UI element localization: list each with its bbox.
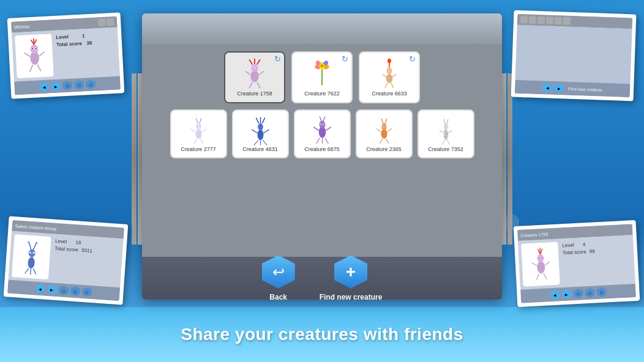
svg-line-108 <box>386 139 388 144</box>
svg-line-83 <box>252 130 257 133</box>
svg-point-14 <box>28 249 36 257</box>
svg-point-100 <box>323 124 323 125</box>
plus-icon: + <box>334 256 367 289</box>
card-tl-btn4[interactable]: ⬡ <box>74 80 84 90</box>
card-br-info: Level 4 Total score 88 <box>561 238 632 284</box>
card-tr-btn1[interactable]: ◀ <box>542 83 553 93</box>
card-br-btn5[interactable]: ⬡ <box>596 287 607 298</box>
card-bl-btn3[interactable]: ⬡ <box>59 285 69 295</box>
card-tl-btn2[interactable]: ▶ <box>51 81 61 92</box>
svg-point-59 <box>387 67 392 75</box>
reload-icon-7622: ↻ <box>342 54 348 64</box>
card-bl-creature-slot <box>12 234 51 279</box>
creature-label-6875: Creature 6875 <box>304 146 340 152</box>
creature-row-1: ↻ Creature 1758 <box>151 51 493 103</box>
creature-card-7352[interactable]: Creature 7352 <box>417 109 474 158</box>
svg-line-71 <box>202 128 206 132</box>
svg-point-49 <box>256 67 257 68</box>
svg-point-61 <box>388 59 391 63</box>
creature-label-4631: Creature 4631 <box>242 146 278 152</box>
card-br-btn3[interactable]: ⬡ <box>573 289 583 299</box>
card-tl-btn5[interactable]: ⬡ <box>86 79 96 90</box>
card-tl-title: Winner <box>14 24 30 30</box>
card-bottom-left: Select creature lineup <box>4 216 129 305</box>
svg-line-84 <box>263 130 269 133</box>
find-new-label: Find new creature <box>320 293 383 300</box>
bottom-text: Share your creatures with friends <box>181 325 463 344</box>
svg-line-7 <box>29 65 33 72</box>
svg-line-41 <box>257 59 260 64</box>
svg-line-116 <box>446 119 447 125</box>
connector-left <box>132 73 137 245</box>
svg-line-68 <box>196 118 198 124</box>
find-new-creature-button[interactable]: + Find new creature <box>320 256 383 300</box>
svg-line-93 <box>326 127 331 131</box>
creature-label-7622: Creature 7622 <box>304 90 340 97</box>
card-tl-creature-slot <box>15 34 54 78</box>
card-top-right: ◀ ▶ Find new creature <box>511 10 637 102</box>
svg-point-57 <box>321 64 323 67</box>
card-tr-btn2[interactable]: ▶ <box>554 83 564 94</box>
svg-line-44 <box>249 82 252 88</box>
card-br-body: Level 4 Total score 88 <box>518 235 635 290</box>
svg-line-21 <box>32 268 36 275</box>
card-br-btn4[interactable]: ⬡ <box>585 288 595 298</box>
back-button[interactable]: ↩ Back <box>262 256 295 300</box>
card-bl-btn1[interactable]: ◀ <box>36 284 46 294</box>
card-br-title: Creature 1758 <box>520 232 548 237</box>
svg-line-118 <box>448 130 452 133</box>
card-tl-btn3[interactable]: ⬡ <box>62 81 73 91</box>
svg-line-17 <box>33 243 36 249</box>
card-bl-body: Level 18 Total score 5011 <box>9 231 124 288</box>
card-tr-label: Find new creature <box>568 86 602 92</box>
creature-card-2365[interactable]: Creature 2365 <box>356 109 413 158</box>
card-bl-info: Level 18 Total score 5011 <box>51 237 121 284</box>
card-br-btn1[interactable]: ◀ <box>550 290 560 300</box>
creature-card-4631[interactable]: Creature 4631 <box>232 109 289 158</box>
creature-card-1758[interactable]: ↻ Creature 1758 <box>224 51 285 103</box>
creature-label-2777: Creature 2777 <box>181 146 216 152</box>
card-tr-body <box>515 25 632 84</box>
svg-point-114 <box>443 124 447 130</box>
panel-header <box>142 13 502 44</box>
svg-line-5 <box>24 53 29 57</box>
card-br-btn2[interactable]: ▶ <box>561 289 572 300</box>
card-tl-body: Level 1 Total score 38 <box>12 28 120 82</box>
svg-line-73 <box>200 139 203 144</box>
svg-line-90 <box>320 116 321 121</box>
svg-line-92 <box>313 127 319 131</box>
svg-point-110 <box>382 126 383 127</box>
svg-point-79 <box>258 124 263 130</box>
connector-right2 <box>501 73 506 245</box>
svg-line-107 <box>380 139 382 144</box>
svg-line-85 <box>253 140 258 146</box>
card-tl-score-label: Total score 38 <box>56 39 114 48</box>
svg-line-91 <box>323 116 324 121</box>
svg-line-120 <box>447 140 449 144</box>
card-bottom-right: Creature 1758 <box>514 220 640 307</box>
svg-point-75 <box>197 125 197 126</box>
svg-line-65 <box>391 83 394 88</box>
svg-line-115 <box>443 119 444 125</box>
svg-line-43 <box>259 72 264 75</box>
svg-line-63 <box>392 75 396 77</box>
svg-line-106 <box>387 128 391 132</box>
svg-point-24 <box>536 260 545 273</box>
svg-point-121 <box>444 130 446 132</box>
creature-label-2365: Creature 2365 <box>366 146 402 152</box>
card-tl-btn1[interactable]: ◀ <box>39 82 50 92</box>
creature-card-2777[interactable]: Creature 2777 <box>170 109 227 158</box>
svg-point-13 <box>28 257 35 268</box>
card-bl-btn5[interactable]: ⬡ <box>81 287 92 297</box>
card-bl-btn4[interactable]: ⬡ <box>70 286 80 297</box>
svg-point-112 <box>384 126 385 127</box>
panel-body: ↻ Creature 1758 <box>142 44 502 257</box>
svg-point-66 <box>195 129 201 139</box>
creature-card-7622[interactable]: ↻ Creature 7622 <box>291 51 353 103</box>
card-bl-title: Select creature lineup <box>15 224 57 231</box>
card-bl-btn2[interactable]: ▶ <box>47 284 58 295</box>
creature-card-6875[interactable]: Creature 6875 <box>294 109 351 158</box>
svg-line-119 <box>442 140 444 144</box>
svg-line-30 <box>544 262 550 265</box>
creature-card-6633[interactable]: ↻ Creature 6633 <box>359 51 420 103</box>
